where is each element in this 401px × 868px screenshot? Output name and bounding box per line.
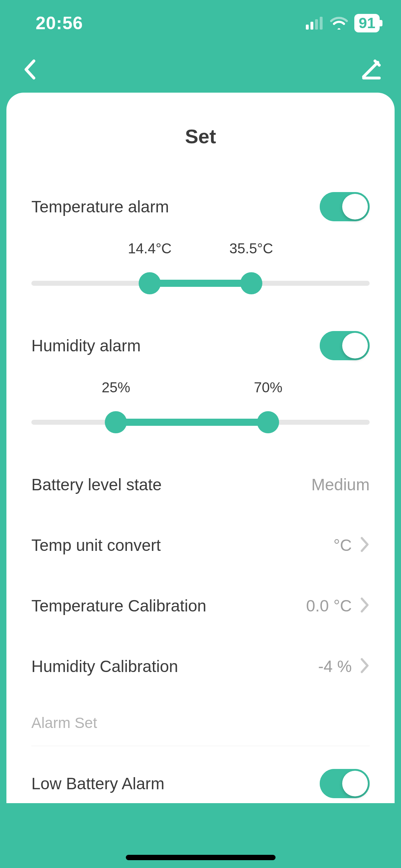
home-indicator[interactable]	[126, 855, 276, 860]
battery-level-value: Medium	[311, 475, 370, 494]
humidity-calibration-row[interactable]: Humidity Calibration -4 %	[31, 647, 370, 686]
battery-percent: 91	[359, 15, 375, 32]
svg-rect-3	[320, 17, 323, 30]
low-battery-alarm-toggle[interactable]	[320, 769, 370, 798]
humidity-range-slider[interactable]	[31, 412, 370, 433]
chevron-right-icon	[360, 658, 370, 675]
humidity-alarm-section: Humidity alarm 25% 70%	[31, 326, 370, 433]
chevron-right-icon	[360, 597, 370, 614]
cellular-signal-icon	[306, 17, 324, 30]
low-battery-alarm-label: Low Battery Alarm	[31, 774, 164, 793]
humidity-alarm-toggle[interactable]	[320, 331, 370, 360]
humidity-slider-low-thumb[interactable]	[105, 411, 127, 433]
chevron-left-icon	[23, 59, 37, 80]
humidity-alarm-label: Humidity alarm	[31, 336, 141, 355]
humidity-calibration-value: -4 %	[318, 657, 352, 676]
settings-card: Set Temperature alarm 14.4°C 35.5°C Humi…	[6, 93, 395, 803]
alarm-set-section-header: Alarm Set	[31, 714, 370, 746]
temp-unit-row[interactable]: Temp unit convert °C	[31, 526, 370, 565]
temp-unit-value: °C	[333, 536, 352, 555]
humidity-slider-labels: 25% 70%	[31, 379, 370, 397]
low-battery-alarm-row: Low Battery Alarm	[31, 764, 370, 803]
temperature-alarm-label: Temperature alarm	[31, 197, 169, 216]
battery-level-row: Battery level state Medium	[31, 465, 370, 504]
status-indicators: 91	[306, 14, 380, 32]
status-bar: 20:56 91	[0, 0, 401, 46]
temperature-calibration-row[interactable]: Temperature Calibration 0.0 °C	[31, 586, 370, 625]
back-button[interactable]	[18, 57, 43, 82]
humidity-low-value: 25%	[102, 379, 130, 396]
temperature-alarm-toggle[interactable]	[320, 192, 370, 221]
temperature-slider-labels: 14.4°C 35.5°C	[31, 241, 370, 258]
edit-icon	[361, 60, 381, 79]
battery-level-icon: 91	[354, 14, 380, 32]
temp-unit-label: Temp unit convert	[31, 536, 161, 555]
svg-rect-0	[306, 25, 309, 30]
wifi-icon	[330, 17, 348, 30]
nav-bar	[0, 46, 401, 93]
page-title: Set	[31, 125, 370, 148]
svg-rect-1	[310, 22, 313, 30]
temperature-calibration-label: Temperature Calibration	[31, 596, 206, 615]
battery-level-label: Battery level state	[31, 475, 162, 494]
temperature-high-value: 35.5°C	[229, 241, 273, 257]
temperature-alarm-section: Temperature alarm 14.4°C 35.5°C	[31, 187, 370, 294]
svg-rect-2	[315, 19, 318, 30]
temperature-range-slider[interactable]	[31, 273, 370, 294]
temperature-low-value: 14.4°C	[128, 241, 172, 257]
status-time: 20:56	[36, 13, 83, 33]
humidity-high-value: 70%	[254, 379, 282, 396]
chevron-right-icon	[360, 537, 370, 554]
temperature-slider-low-thumb[interactable]	[139, 272, 161, 294]
humidity-slider-high-thumb[interactable]	[257, 411, 279, 433]
temperature-slider-high-thumb[interactable]	[240, 272, 262, 294]
temperature-calibration-value: 0.0 °C	[306, 596, 352, 615]
edit-button[interactable]	[358, 57, 383, 82]
humidity-calibration-label: Humidity Calibration	[31, 657, 178, 676]
